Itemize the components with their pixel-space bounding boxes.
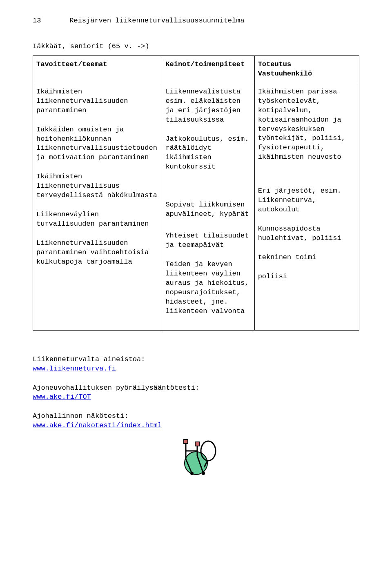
source-block: Ajoneuvohallituksen pyöräilysääntötesti:… (33, 384, 359, 402)
responsible-text: Ikäihmisten parissa työskentelevät, koti… (258, 87, 356, 162)
means-text: Liikennevalistusta esim. eläkeläisten ja… (165, 87, 251, 125)
running-header: 13 Reisjärven liikenneturvallisuussuunni… (33, 16, 359, 26)
table-header-row: Tavoitteet/teemat Keinot/toimenpiteet To… (33, 55, 359, 83)
table-body-row: Ikäihmisten liikenneturvallisuuden paran… (33, 83, 359, 330)
svg-rect-1 (184, 439, 188, 444)
doc-title: Reisjärven liikenneturvallisuussuunnitel… (69, 17, 244, 24)
means-text: Jatkokoulutus, esim. räätälöidyt ikäihmi… (165, 135, 251, 172)
means-text: Sopivat liikkumisen apuvälineet, kypärät (165, 200, 251, 219)
responsible-text: tekninen toimi (258, 253, 356, 262)
svg-point-9 (202, 472, 205, 475)
responsible-text: Kunnossapidosta huolehtivat, poliisi (258, 224, 356, 243)
th-toteutus: Toteutus Vastuuhenkilö (254, 55, 359, 83)
section-subtitle: Iäkkäät, seniorit (65 v. ->) (33, 42, 359, 51)
source-label: Ajoneuvohallituksen pyöräilysääntötesti: (33, 384, 359, 393)
th-toteutus-line1: Toteutus (258, 60, 292, 68)
cell-tavoitteet: Ikäihmisten liikenneturvallisuuden paran… (33, 83, 162, 330)
bicycle-icon (172, 435, 220, 475)
bicycle-clipart-icon (33, 435, 359, 479)
svg-point-8 (190, 472, 194, 475)
page-number: 13 (33, 16, 65, 26)
goal-text: Ikäihmisten liikenneturvallisuus terveyd… (36, 172, 158, 200)
page: 13 Reisjärven liikenneturvallisuussuunni… (0, 0, 392, 588)
goal-text: Liikenneturvallisuuden parantaminen vaih… (36, 239, 158, 267)
responsible-text: Eri järjestöt, esim. Liikenneturva, auto… (258, 186, 356, 215)
th-toteutus-line2: Vastuuhenkilö (258, 70, 312, 78)
goal-text: Ikäihmisten liikenneturvallisuuden paran… (36, 87, 158, 115)
cell-keinot: Liikennevalistusta esim. eläkeläisten ja… (162, 83, 254, 330)
source-link[interactable]: www.liikenneturva.fi (33, 365, 116, 373)
source-label: Liikenneturvalta aineistoa: (33, 355, 359, 364)
source-link[interactable]: www.ake.fi/TOT (33, 393, 91, 401)
source-link[interactable]: www.ake.fi/nakotesti/index.html (33, 422, 162, 429)
source-block: Ajohallinnon näkötesti: www.ake.fi/nakot… (33, 412, 359, 430)
svg-rect-2 (195, 442, 199, 446)
th-keinot: Keinot/toimenpiteet (162, 55, 254, 83)
responsible-text: poliisi (258, 272, 356, 282)
th-tavoitteet: Tavoitteet/teemat (33, 55, 162, 83)
means-text: Teiden ja kevyen liikenteen väylien aura… (165, 260, 251, 316)
plan-table: Tavoitteet/teemat Keinot/toimenpiteet To… (33, 55, 359, 331)
footer-sources: Liikenneturvalta aineistoa: www.liikenne… (33, 355, 359, 479)
source-block: Liikenneturvalta aineistoa: www.liikenne… (33, 355, 359, 374)
goal-text: Liikenneväylien turvallisuuden parantami… (36, 210, 158, 229)
source-label: Ajohallinnon näkötesti: (33, 412, 359, 421)
svg-point-10 (201, 441, 216, 461)
cell-toteutus: Ikäihmisten parissa työskentelevät, koti… (254, 83, 359, 330)
means-text: Yhteiset tilaisuudet ja teemapäivät (165, 231, 251, 250)
goal-text: Iäkkäiden omaisten ja hoitohenkilökunnan… (36, 125, 158, 163)
